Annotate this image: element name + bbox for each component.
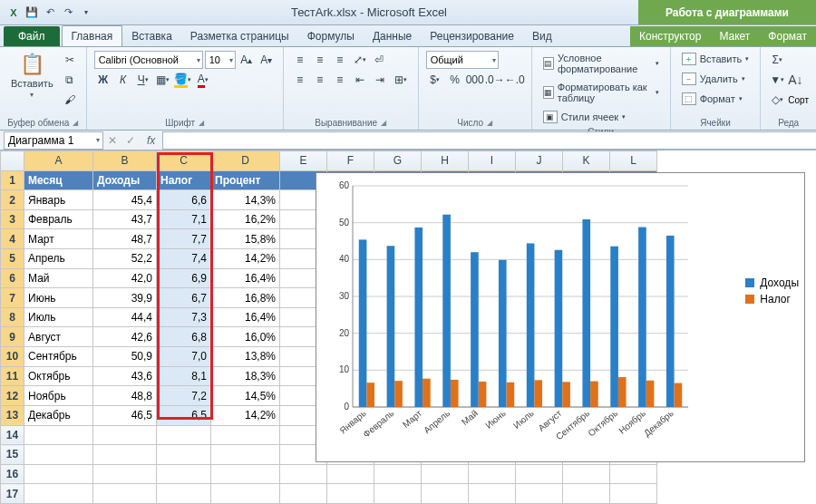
fill-button[interactable]: ▼▾: [768, 71, 786, 89]
cell-A11[interactable]: Октябрь: [24, 366, 93, 386]
qat-dropdown-icon[interactable]: ▾: [78, 5, 94, 21]
decrease-decimal-button[interactable]: ←.0: [506, 71, 524, 89]
cell-B16[interactable]: [93, 464, 157, 484]
cell-A15[interactable]: [24, 445, 93, 465]
cell-A12[interactable]: Ноябрь: [24, 386, 93, 406]
row-header-2[interactable]: 2: [1, 190, 24, 210]
tab-chart-layout[interactable]: Макет: [710, 26, 759, 46]
cell-J17[interactable]: [516, 484, 563, 504]
cell-A5[interactable]: Апрель: [24, 249, 93, 269]
cell-A6[interactable]: Май: [24, 268, 93, 288]
cell-I16[interactable]: [469, 464, 516, 484]
cell-A3[interactable]: Февраль: [24, 209, 93, 229]
cell-D6[interactable]: 16,4%: [211, 268, 280, 288]
cell-D4[interactable]: 15,8%: [211, 229, 280, 249]
dialog-launcher-icon[interactable]: ◢: [487, 119, 492, 127]
cell-B13[interactable]: 46,5: [93, 405, 157, 425]
tab-file[interactable]: Файл: [4, 26, 60, 46]
cell-C1[interactable]: Налог: [157, 170, 211, 190]
cell-B12[interactable]: 48,8: [93, 386, 157, 406]
row-header-6[interactable]: 6: [1, 268, 24, 288]
row-header-10[interactable]: 10: [1, 347, 24, 367]
format-cells-button[interactable]: ⬚Формат ▾: [678, 91, 746, 107]
fx-icon[interactable]: fx: [147, 134, 155, 147]
align-center-button[interactable]: ≡: [311, 71, 329, 89]
cell-D2[interactable]: 14,3%: [211, 190, 280, 210]
font-size-combo[interactable]: 10: [205, 51, 236, 69]
select-all-corner[interactable]: [1, 151, 24, 171]
tab-view[interactable]: Вид: [523, 26, 561, 46]
align-left-button[interactable]: ≡: [291, 71, 309, 89]
dialog-launcher-icon[interactable]: ◢: [381, 119, 386, 127]
cell-D14[interactable]: [211, 425, 280, 445]
cell-D13[interactable]: 14,2%: [211, 405, 280, 425]
col-header-E[interactable]: E: [280, 151, 327, 171]
row-header-4[interactable]: 4: [1, 229, 24, 249]
row-header-11[interactable]: 11: [1, 366, 24, 386]
col-header-B[interactable]: B: [93, 151, 157, 171]
tab-chart-design[interactable]: Конструктор: [630, 26, 710, 46]
cell-C3[interactable]: 7,1: [157, 209, 211, 229]
cell-C12[interactable]: 7,2: [157, 386, 211, 406]
cell-D9[interactable]: 16,0%: [211, 327, 280, 347]
align-top-button[interactable]: ≡: [291, 51, 309, 69]
cell-D7[interactable]: 16,8%: [211, 288, 280, 308]
cell-G16[interactable]: [374, 464, 422, 484]
decrease-indent-button[interactable]: ⇤: [351, 71, 369, 89]
col-header-A[interactable]: A: [24, 151, 93, 171]
comma-button[interactable]: 000: [466, 71, 484, 89]
row-header-5[interactable]: 5: [1, 249, 24, 269]
increase-decimal-button[interactable]: .0→: [486, 71, 504, 89]
cell-D1[interactable]: Процент: [211, 170, 280, 190]
dialog-launcher-icon[interactable]: ◢: [199, 119, 204, 127]
worksheet-area[interactable]: ABCDEFGHIJKL1МесяцДоходыНалогПроцент2Янв…: [0, 150, 816, 504]
cell-A16[interactable]: [24, 464, 93, 484]
insert-cells-button[interactable]: ＋Вставить ▾: [678, 51, 753, 67]
tab-review[interactable]: Рецензирование: [421, 26, 523, 46]
formula-input[interactable]: [162, 131, 816, 150]
cell-A8[interactable]: Июль: [24, 307, 93, 327]
conditional-formatting-button[interactable]: ▤Условное форматирование ▾: [539, 51, 663, 76]
shrink-font-button[interactable]: A▾: [257, 51, 276, 69]
grow-font-button[interactable]: A▴: [238, 51, 256, 69]
cell-B15[interactable]: [93, 445, 157, 465]
cell-B6[interactable]: 42,0: [93, 268, 157, 288]
cell-L17[interactable]: [610, 484, 657, 504]
merge-button[interactable]: ⊞▾: [391, 71, 411, 89]
cell-B17[interactable]: [93, 484, 157, 504]
cell-C11[interactable]: 8,1: [157, 366, 211, 386]
cell-C2[interactable]: 6,6: [157, 190, 211, 210]
underline-button[interactable]: Ч▾: [134, 71, 152, 89]
align-right-button[interactable]: ≡: [331, 71, 349, 89]
cell-C14[interactable]: [157, 425, 211, 445]
cut-button[interactable]: ✂: [61, 51, 79, 69]
cell-C8[interactable]: 7,3: [157, 307, 211, 327]
cell-C10[interactable]: 7,0: [157, 347, 211, 367]
cell-K17[interactable]: [563, 484, 610, 504]
cell-C16[interactable]: [157, 464, 211, 484]
cell-D17[interactable]: [211, 484, 280, 504]
row-header-14[interactable]: 14: [1, 425, 24, 445]
orientation-button[interactable]: ⤢▾: [351, 51, 369, 69]
accounting-button[interactable]: $▾: [426, 71, 444, 89]
increase-indent-button[interactable]: ⇥: [371, 71, 389, 89]
enter-formula-button[interactable]: ✓: [121, 131, 140, 150]
cancel-formula-button[interactable]: ✕: [103, 131, 121, 150]
cell-A2[interactable]: Январь: [24, 190, 93, 210]
number-format-combo[interactable]: Общий: [426, 51, 499, 69]
cell-A13[interactable]: Декабрь: [24, 405, 93, 425]
cell-F17[interactable]: [327, 484, 374, 504]
sort-filter-button[interactable]: A↓: [788, 73, 802, 87]
cell-B5[interactable]: 52,2: [93, 249, 157, 269]
cell-B14[interactable]: [93, 425, 157, 445]
cell-D11[interactable]: 18,3%: [211, 366, 280, 386]
cell-D10[interactable]: 13,8%: [211, 347, 280, 367]
tab-data[interactable]: Данные: [364, 26, 421, 46]
autosum-button[interactable]: Σ▾: [768, 51, 786, 69]
undo-icon[interactable]: ↶: [42, 5, 58, 21]
cell-D3[interactable]: 16,2%: [211, 209, 280, 229]
cell-I17[interactable]: [469, 484, 516, 504]
cell-B8[interactable]: 44,4: [93, 307, 157, 327]
row-header-1[interactable]: 1: [1, 170, 24, 190]
font-color-button[interactable]: A▾: [194, 71, 212, 89]
